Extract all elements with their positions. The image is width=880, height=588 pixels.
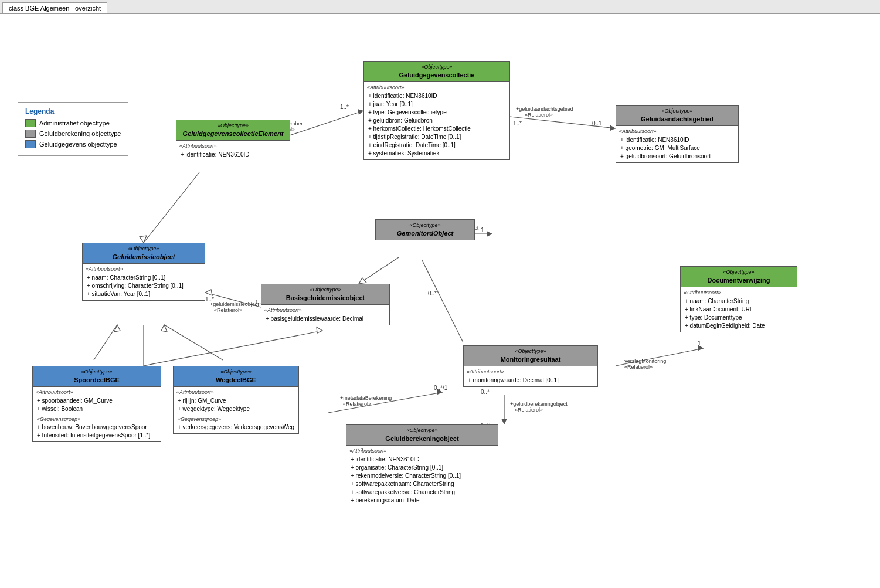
box-monitoringresultaat: «Objecttype» Monitoringresultaat «Attrib… [463, 345, 598, 387]
legend-item-berekening: Geluidberekening objecttype [25, 130, 121, 138]
svg-text:1: 1 [698, 340, 701, 346]
legend-item-gegevens: Geluidgegevens objecttype [25, 140, 121, 148]
legend-color-blue [25, 140, 36, 148]
svg-text:0..*: 0..* [481, 389, 490, 395]
svg-marker-30 [698, 345, 704, 351]
svg-text:+geluidaandachtsgebied: +geluidaandachtsgebied [516, 106, 573, 112]
svg-marker-24 [359, 278, 366, 284]
svg-text:1..*: 1..* [205, 296, 214, 303]
svg-line-47 [94, 325, 117, 360]
svg-line-17 [205, 293, 261, 307]
svg-text:1..*: 1..* [340, 104, 349, 110]
box-geluidberekeningobject: «Objecttype» Geluidberekeningobject «Att… [346, 424, 498, 507]
svg-text:+metadataBerekening: +metadataBerekening [340, 395, 392, 401]
svg-line-34 [422, 260, 463, 342]
svg-text:+geluidberekeningobject: +geluidberekeningobject [510, 401, 568, 407]
box-spoordeelBGE: «Objecttype» SpoordeelBGE «Attribuutsoor… [32, 366, 161, 442]
legend-item-admin: Administratief objecttype [25, 119, 121, 127]
svg-text:1: 1 [481, 227, 484, 233]
tab-bar: class BGE Algemeen - overzicht [0, 0, 880, 14]
svg-line-29 [616, 348, 704, 366]
legend-color-green [25, 119, 36, 127]
svg-marker-42 [501, 419, 507, 424]
svg-line-15 [144, 331, 322, 366]
svg-line-36 [328, 392, 443, 413]
svg-line-12 [144, 172, 199, 243]
svg-line-23 [359, 257, 399, 284]
svg-text:0..*/1: 0..*/1 [434, 385, 448, 391]
svg-text:«Relatierol»: «Relatierol» [525, 112, 553, 118]
svg-line-6 [510, 117, 616, 128]
svg-text:«Relatierol»: «Relatierol» [343, 401, 371, 407]
svg-marker-50 [161, 325, 167, 332]
box-geluidgegevenscollectie: «Objecttype» Geluidgegevenscollectie «At… [363, 61, 510, 160]
legend-color-gray [25, 130, 36, 138]
svg-text:+verslagMonitoring: +verslagMonitoring [621, 358, 666, 364]
svg-text:«Relatierol»: «Relatierol» [515, 407, 543, 413]
legend: Legenda Administratief objecttype Geluid… [18, 102, 128, 156]
box-wegdeelBGE: «Objecttype» WegdeelBGE «Attribuutsoort»… [173, 366, 299, 434]
svg-marker-26 [487, 231, 492, 237]
svg-text:«Relatierol»: «Relatierol» [624, 364, 653, 370]
box-documentverwijzing: «Objecttype» Documentverwijzing «Attribu… [680, 266, 797, 332]
box-geluidaandachtsgebied: «Objecttype» Geluidaandachtsgebied «Attr… [616, 105, 739, 163]
svg-marker-16 [317, 327, 322, 333]
box-geluidemissieobject: «Objecttype» Geluidemissieobject «Attrib… [82, 243, 205, 301]
box-basisgeluidemissieobject: «Objecttype» Basisgeluidemissieobject «A… [261, 284, 390, 325]
svg-marker-13 [140, 236, 147, 243]
svg-text:+geluidemissieobject: +geluidemissieobject [210, 301, 259, 307]
svg-line-49 [164, 325, 223, 360]
svg-marker-48 [114, 325, 120, 332]
canvas: 0..* 1..* +featureMember «Relatierol» +g… [0, 14, 880, 583]
svg-marker-7 [610, 125, 616, 131]
tab-bge-algemeen[interactable]: class BGE Algemeen - overzicht [2, 2, 107, 13]
svg-text:«Relatierol»: «Relatierol» [214, 307, 242, 313]
svg-text:1..*: 1..* [513, 120, 522, 127]
svg-text:0..1: 0..1 [592, 120, 602, 127]
box-geluidgegevenscollectieElement: «Objecttype» GeluidgegevenscollectieElem… [176, 120, 290, 161]
svg-marker-37 [437, 389, 443, 395]
svg-text:0..*: 0..* [428, 290, 437, 297]
svg-marker-18 [205, 290, 212, 295]
box-gemonitordObject: «Objecttype» GemonitordObject [375, 219, 475, 240]
svg-marker-1 [358, 109, 363, 115]
